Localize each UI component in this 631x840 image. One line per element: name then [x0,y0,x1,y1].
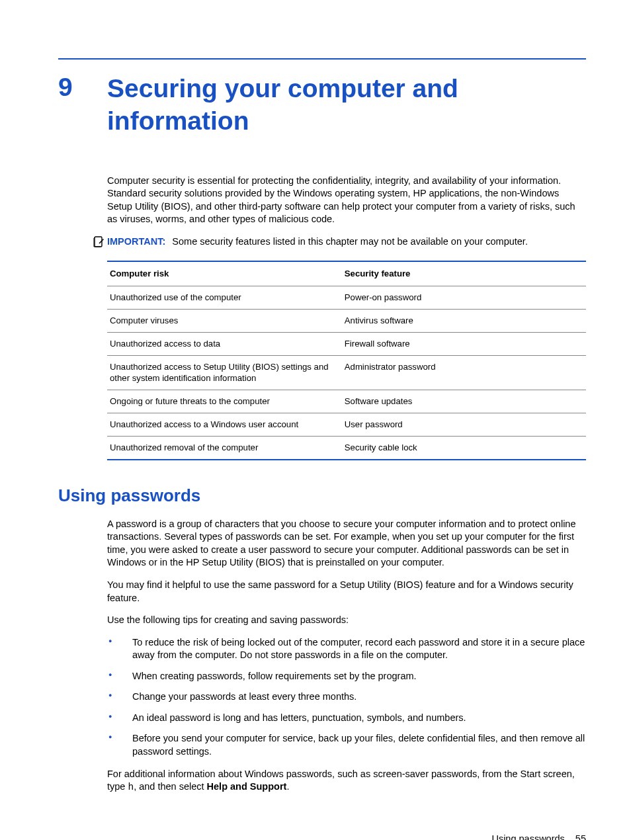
cell-risk: Unauthorized access to Setup Utility (BI… [107,355,342,390]
password-tips-list: To reduce the risk of being locked out o… [107,636,586,759]
list-item: An ideal password is long and has letter… [107,712,586,725]
passwords-paragraph-2: You may find it helpful to use the same … [107,579,586,605]
risk-feature-table: Computer risk Security feature Unauthori… [107,261,586,460]
cell-feature: Administrator password [342,355,586,390]
table-row: Computer viruses Antivirus software [107,309,586,332]
passwords-paragraph-1: A password is a group of characters that… [107,518,586,569]
footer-page-number: 55 [575,833,586,840]
table-header-risk: Computer risk [107,261,342,286]
table-row: Unauthorized access to a Windows user ac… [107,413,586,437]
list-item: Before you send your computer for servic… [107,732,586,758]
p4-mid: , and then select [134,781,206,792]
cell-risk: Unauthorized access to data [107,332,342,355]
cell-risk: Ongoing or future threats to the compute… [107,390,342,413]
important-note-icon [93,236,105,252]
table-header-feature: Security feature [342,261,586,286]
intro-paragraph: Computer security is essential for prote… [107,175,586,226]
table-row: Unauthorized access to data Firewall sof… [107,332,586,355]
cell-feature: Software updates [342,390,586,413]
p4-bold: Help and Support [207,781,287,792]
section-heading-passwords: Using passwords [58,484,586,507]
important-text: Some security features listed in this ch… [172,236,528,247]
list-item: To reduce the risk of being locked out o… [107,636,586,662]
important-note-body: IMPORTANT:Some security features listed … [107,235,528,249]
p4-suffix: . [286,781,289,792]
passwords-paragraph-4: For additional information about Windows… [107,768,586,794]
page-footer: Using passwords 55 [58,833,586,840]
footer-section-label: Using passwords [491,833,564,840]
list-item: When creating passwords, follow requirem… [107,670,586,683]
passwords-paragraph-3: Use the following tips for creating and … [107,614,586,627]
chapter-number: 9 [58,73,107,103]
cell-feature: Firewall software [342,332,586,355]
table-row: Unauthorized access to Setup Utility (BI… [107,355,586,390]
important-note: IMPORTANT:Some security features listed … [93,235,586,252]
cell-risk: Computer viruses [107,309,342,332]
cell-risk: Unauthorized use of the computer [107,286,342,310]
cell-feature: Security cable lock [342,436,586,459]
important-label: IMPORTANT: [107,236,165,247]
cell-feature: User password [342,413,586,437]
cell-feature: Antivirus software [342,309,586,332]
table-row: Unauthorized removal of the computer Sec… [107,436,586,459]
p4-code: h [128,782,134,792]
list-item: Change your passwords at least every thr… [107,691,586,704]
cell-risk: Unauthorized access to a Windows user ac… [107,413,342,437]
cell-feature: Power-on password [342,286,586,310]
table-row: Ongoing or future threats to the compute… [107,390,586,413]
chapter-header: 9 Securing your computer and information [58,73,586,138]
chapter-top-rule [58,58,586,60]
table-row: Unauthorized use of the computer Power-o… [107,286,586,310]
chapter-title: Securing your computer and information [107,73,586,138]
cell-risk: Unauthorized removal of the computer [107,436,342,459]
